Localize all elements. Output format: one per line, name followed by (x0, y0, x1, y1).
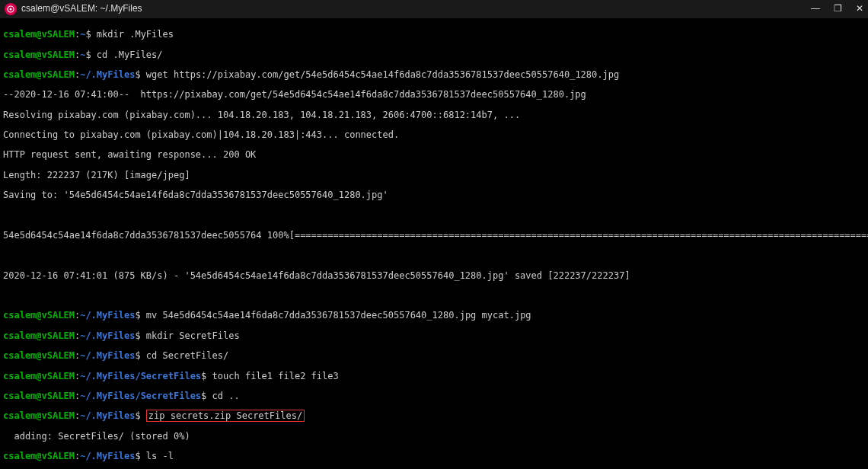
progress-bar: 54e5d6454c54ae14f6da8c7dda3536781537deec… (3, 231, 865, 241)
output-line: adding: SecretFiles/ (stored 0%) (3, 432, 865, 442)
output-line: Length: 222237 (217K) [image/jpeg] (3, 171, 865, 180)
svg-point-1 (10, 8, 12, 11)
minimize-button[interactable]: — (811, 4, 820, 14)
output-blank (3, 291, 865, 301)
output-line: Connecting to pixabay.com (pixabay.com)|… (3, 130, 865, 140)
command: cd SecretFiles/ (146, 350, 228, 361)
command: cd .. (212, 391, 240, 401)
output-blank (3, 250, 865, 260)
command: touch file1 file2 file3 (212, 371, 339, 381)
app-icon (5, 3, 17, 15)
command: mkdir SecretFiles (146, 330, 240, 341)
output-line: 2020-12-16 07:41:01 (875 KB/s) - '54e5d6… (3, 271, 865, 281)
output-line: HTTP request sent, awaiting response... … (3, 150, 865, 160)
restore-button[interactable]: ❐ (834, 4, 842, 14)
command: mv 54e5d6454c54ae14f6da8c7dda3536781537d… (146, 310, 531, 321)
command: ls -l (146, 451, 174, 461)
command: cd .MyFiles/ (97, 49, 163, 60)
prompt-user: csalem@vSALEM (3, 29, 75, 40)
window-titlebar: csalem@vSALEM: ~/.MyFiles — ❐ ✕ (0, 0, 868, 18)
highlighted-command-zip: zip secrets.zip SecretFiles/ (146, 410, 305, 422)
window-title: csalem@vSALEM: ~/.MyFiles (21, 4, 142, 14)
output-blank (3, 211, 865, 221)
command: wget https://pixabay.com/get/54e5d6454c5… (146, 69, 619, 80)
command: mkdir .MyFiles (97, 29, 174, 40)
close-button[interactable]: ✕ (856, 4, 863, 14)
terminal-output[interactable]: csalem@vSALEM:~$ mkdir .MyFiles csalem@v… (0, 18, 868, 469)
output-line: Saving to: '54e5d6454c54ae14f6da8c7dda35… (3, 190, 865, 200)
output-line: --2020-12-16 07:41:00-- https://pixabay.… (3, 90, 865, 100)
output-line: Resolving pixabay.com (pixabay.com)... 1… (3, 110, 865, 120)
